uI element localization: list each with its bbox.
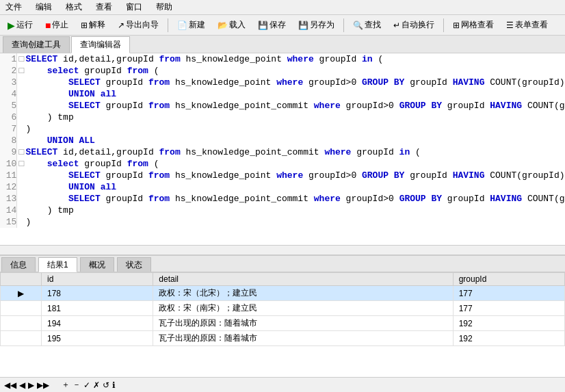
load-button[interactable]: 📂 载入: [213, 17, 250, 34]
stop-button[interactable]: ■ 停止: [40, 17, 73, 34]
nav-last[interactable]: ▶▶: [37, 380, 49, 390]
nav-first[interactable]: ◀◀: [4, 380, 16, 390]
main-area: 1 □ SELECT id,detail,groupId from hs_kno…: [0, 53, 565, 392]
save-as-icon: 💾: [298, 21, 308, 30]
tab-info[interactable]: 信息: [1, 257, 36, 272]
explain-icon: ⊞: [81, 21, 88, 30]
sql-line-1: 1 □ SELECT id,detail,groupId from hs_kno…: [0, 53, 565, 65]
col-groupid[interactable]: groupId: [453, 273, 564, 286]
export-wizard-button[interactable]: ↗ 导出向导: [113, 17, 163, 34]
wrap-icon: ↵: [393, 21, 400, 30]
wrap-button[interactable]: ↵ 自动换行: [389, 17, 439, 34]
fold-icon[interactable]: □: [17, 53, 26, 65]
sep2: [343, 18, 344, 32]
new-button[interactable]: 📄 新建: [172, 17, 210, 34]
nav-add[interactable]: ＋: [62, 379, 70, 391]
form-icon: ☰: [506, 21, 514, 30]
sql-line-6: 6 ) tmp: [0, 112, 565, 123]
stop-icon: ■: [45, 20, 51, 31]
sep1: [168, 18, 168, 32]
nav-prev[interactable]: ◀: [19, 380, 25, 390]
find-button[interactable]: 🔍 查找: [348, 17, 386, 34]
export-icon: ↗: [118, 21, 124, 30]
menu-bar: 文件 编辑 格式 查看 窗口 帮助: [0, 0, 565, 15]
sql-line-7: 7 ): [0, 123, 565, 135]
nav-info[interactable]: ℹ: [112, 380, 116, 390]
tab-overview[interactable]: 概况: [80, 257, 114, 272]
result-row-2[interactable]: 181 政权：宋（南宋）；建立民 177: [1, 301, 565, 316]
result-table: id detail groupId ▶ 178 政权：宋（北宋）；建立民 177: [0, 272, 565, 346]
horizontal-scrollbar[interactable]: [0, 246, 565, 255]
col-detail[interactable]: detail: [153, 273, 453, 286]
col-indicator: [1, 273, 42, 286]
sql-line-3: 3 SELECT groupId from hs_knowledge_point…: [0, 77, 565, 88]
cell-groupid: 177: [453, 286, 564, 301]
menu-edit[interactable]: 编辑: [33, 0, 55, 14]
tab-result1[interactable]: 结果1: [38, 257, 77, 272]
nav-delete[interactable]: －: [73, 379, 81, 391]
run-icon: ▶: [8, 20, 15, 31]
sql-line-14: 14 ) tmp: [0, 205, 565, 216]
result-row-4[interactable]: 195 瓦子出现的原因：随着城市 192: [1, 331, 565, 346]
save-icon: 💾: [258, 21, 268, 30]
run-button[interactable]: ▶ 运行: [3, 17, 38, 34]
menu-view[interactable]: 查看: [93, 0, 115, 14]
sql-line-5: 5 SELECT groupId from hs_knowledge_point…: [0, 100, 565, 112]
code-line[interactable]: SELECT id,detail,groupId from hs_knowled…: [25, 53, 564, 65]
nav-cancel[interactable]: ✗: [93, 380, 100, 390]
nav-next[interactable]: ▶: [28, 380, 34, 390]
col-id[interactable]: id: [42, 273, 153, 286]
sql-line-4: 4 UNION all: [0, 88, 565, 100]
sql-line-13: 13 SELECT groupId from hs_knowledge_poin…: [0, 193, 565, 205]
nav-confirm[interactable]: ✓: [83, 380, 90, 390]
row-indicator: ▶: [1, 286, 42, 301]
nav-refresh[interactable]: ↺: [103, 380, 109, 390]
result-nav-toolbar: ◀◀ ◀ ▶ ▶▶ ＋ － ✓ ✗ ↺ ℹ: [0, 377, 565, 392]
result-area[interactable]: id detail groupId ▶ 178 政权：宋（北宋）；建立民 177: [0, 272, 565, 377]
bottom-tabs: 信息 结果1 概况 状态: [0, 256, 565, 272]
sep3: [443, 18, 444, 32]
sql-table: 1 □ SELECT id,detail,groupId from hs_kno…: [0, 53, 565, 228]
sql-line-11: 11 SELECT groupId from hs_knowledge_poin…: [0, 170, 565, 181]
menu-help[interactable]: 帮助: [153, 0, 175, 14]
grid-view-button[interactable]: ⊞ 网格查看: [448, 17, 499, 34]
save-as-button[interactable]: 💾 另存为: [293, 17, 339, 34]
sql-line-12: 12 UNION all: [0, 181, 565, 193]
result-header: id detail groupId: [1, 273, 565, 286]
main-tabs: 查询创建工具 查询编辑器: [0, 36, 565, 53]
cell-id: 178: [42, 286, 153, 301]
sql-line-9: 9 □ SELECT id,detail,groupId from hs_kno…: [0, 146, 565, 158]
new-icon: 📄: [177, 21, 187, 30]
load-icon: 📂: [218, 21, 228, 30]
menu-file[interactable]: 文件: [3, 0, 25, 14]
menu-format[interactable]: 格式: [63, 0, 85, 14]
tab-status[interactable]: 状态: [117, 257, 151, 272]
explain-button[interactable]: ⊞ 解释: [76, 17, 110, 34]
tab-query-editor[interactable]: 查询编辑器: [71, 36, 130, 53]
save-button[interactable]: 💾 保存: [253, 17, 291, 34]
result-body: ▶ 178 政权：宋（北宋）；建立民 177 181 政权：宋（南宋）；建立民 …: [1, 286, 565, 346]
header-row: id detail groupId: [1, 273, 565, 286]
grid-icon: ⊞: [453, 21, 460, 30]
sql-editor[interactable]: 1 □ SELECT id,detail,groupId from hs_kno…: [0, 53, 565, 246]
sql-line-8: 8 UNION ALL: [0, 135, 565, 146]
cell-detail: 政权：宋（北宋）；建立民: [153, 286, 453, 301]
bottom-panel: 信息 结果1 概况 状态 id detail groupId ▶: [0, 255, 565, 392]
line-num: 1: [0, 53, 17, 65]
tab-query-builder[interactable]: 查询创建工具: [3, 36, 70, 53]
sql-line-15: 15 ): [0, 216, 565, 228]
sql-line-2: 2 □ select groupId from (: [0, 65, 565, 77]
result-row-3[interactable]: 194 瓦子出现的原因：随着城市 192: [1, 316, 565, 331]
form-view-button[interactable]: ☰ 表单查看: [501, 17, 553, 34]
sql-line-10: 10 □ select groupId from (: [0, 158, 565, 170]
find-icon: 🔍: [353, 21, 363, 30]
result-row-1[interactable]: ▶ 178 政权：宋（北宋）；建立民 177: [1, 286, 565, 301]
toolbar: ▶ 运行 ■ 停止 ⊞ 解释 ↗ 导出向导 📄 新建 📂 载入 💾 保存 💾 另…: [0, 15, 565, 36]
menu-window[interactable]: 窗口: [123, 0, 145, 14]
